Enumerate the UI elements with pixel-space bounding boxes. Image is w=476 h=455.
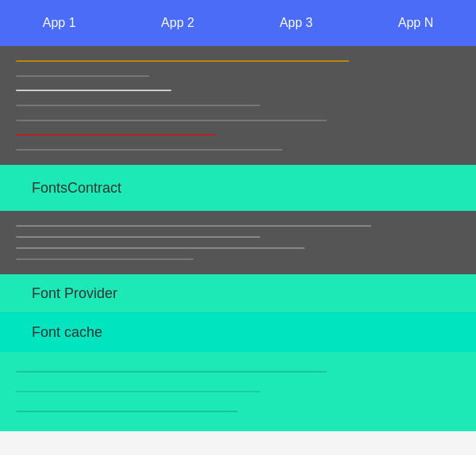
font-provider-block: Font Provider (0, 274, 476, 312)
tab-app2[interactable]: App 2 (153, 0, 202, 46)
line-7 (16, 247, 305, 249)
teal-line-2 (16, 391, 260, 392)
tab-appn[interactable]: App N (390, 0, 441, 46)
fonts-contract-label: FontsContract (32, 180, 121, 197)
line-4 (16, 149, 282, 151)
tab-app3[interactable]: App 3 (271, 0, 321, 46)
line-yellow (16, 60, 349, 62)
fonts-contract-block: FontsContract (0, 165, 476, 211)
line-3 (16, 120, 327, 121)
bottom-teal-section (0, 352, 476, 431)
font-cache-label: Font cache (32, 324, 102, 341)
line-6 (16, 236, 260, 238)
line-2 (16, 105, 260, 106)
teal-line-3 (16, 411, 238, 412)
main-container: App 1 App 2 App 3 App N FontsContract Fo… (0, 0, 476, 455)
line-8 (16, 258, 194, 260)
tab-app1[interactable]: App 1 (35, 0, 84, 46)
dark-section-1 (0, 46, 476, 165)
line-5 (16, 225, 371, 227)
line-red (16, 134, 216, 136)
font-cache-block: Font cache (0, 312, 476, 352)
app-bar: App 1 App 2 App 3 App N (0, 0, 476, 46)
line-white (16, 90, 171, 91)
font-provider-label: Font Provider (32, 285, 117, 302)
line-1 (16, 75, 149, 77)
teal-line-1 (16, 371, 327, 373)
dark-section-2 (0, 211, 476, 274)
